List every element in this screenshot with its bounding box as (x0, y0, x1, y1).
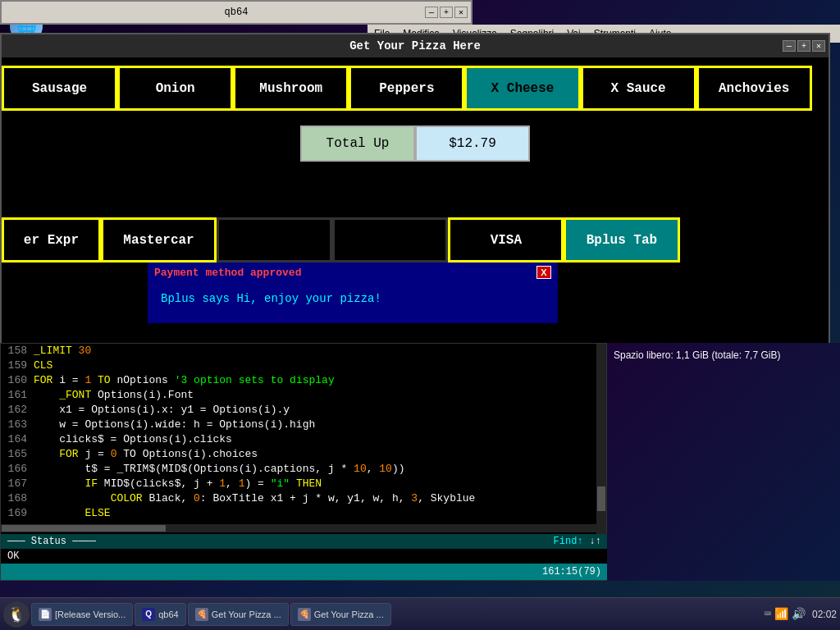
pizza-minimize-button[interactable]: — (783, 40, 796, 52)
code-line-162: 162 x1 = Options(i).x: y1 = Options(i).y (1, 403, 606, 418)
pizza-titlebar: Get Your Pizza Here — + ✕ (2, 34, 829, 57)
code-line-168: 168 COLOR Black, 0: BoxTitle x1 + j * w,… (1, 491, 606, 506)
code-line-165: 165 FOR j = 0 TO Options(i).choices (1, 447, 606, 462)
payment-express[interactable]: er Expr (2, 217, 101, 262)
code-ok-bar: OK (1, 549, 608, 564)
code-line-164: 164 clicks$ = Options(i).clicks (1, 432, 606, 447)
payment-dialog: Payment method approved X Bplus says Hi,… (148, 262, 558, 323)
qb64-title: qb64 (225, 7, 249, 18)
payment-mastercard[interactable]: Mastercar (101, 217, 217, 262)
taskbar-app-pizza1-icon: 🍕 (195, 608, 208, 621)
topping-sausage[interactable]: Sausage (2, 66, 117, 111)
ok-text: OK (7, 550, 19, 562)
dialog-title: Payment method approved (154, 267, 301, 279)
payment-empty1 (217, 217, 332, 262)
taskbar-app-qb64[interactable]: Q qb64 (135, 603, 185, 626)
topping-anchovies[interactable]: Anchovies (696, 66, 812, 111)
code-status-bar: ——— Status ———— Find↑ ↓↑ (1, 534, 608, 549)
topping-mushroom[interactable]: Mushroom (233, 66, 349, 111)
payment-row: er Expr Mastercar VISA Bplus Tab (2, 217, 829, 262)
code-hscrollbar[interactable] (1, 524, 598, 532)
taskbar-time: 02:02 (812, 609, 837, 620)
pizza-window-title: Get Your Pizza Here (349, 39, 481, 52)
status-arrow: ↓↑ (590, 536, 601, 547)
taskbar-app-release-label: [Release Versio... (55, 609, 126, 619)
taskbar-sys-icons: ⌨ 📶 🔊 (765, 607, 806, 621)
total-area: Total Up $12.79 (2, 111, 829, 176)
taskbar-app-pizza2[interactable]: 🍕 Get Your Pizza ... (290, 603, 391, 626)
pizza-window-controls: — + ✕ (783, 40, 825, 52)
topping-x-cheese[interactable]: X Cheese (464, 66, 580, 111)
code-hscrollbar-thumb[interactable] (2, 525, 166, 532)
volume-icon[interactable]: 🔊 (792, 607, 806, 621)
qb64-window-controls: — + ✕ (425, 7, 468, 18)
find-label[interactable]: Find↑ (554, 536, 583, 547)
code-line-169: 169 ELSE (1, 506, 606, 521)
keyboard-icon: ⌨ (765, 607, 771, 621)
qb64-maximize-button[interactable]: + (440, 7, 453, 18)
topping-x-sauce[interactable]: X Sauce (581, 66, 696, 111)
code-line-161: 161 _FONT Options(i).Font (1, 388, 606, 403)
code-line-167: 167 IF MID$(clicks$, j + 1, 1) = "i" THE… (1, 477, 606, 491)
taskbar: 🐧 📄 [Release Versio... Q qb64 🍕 Get Your… (0, 597, 840, 630)
pizza-close-button[interactable]: ✕ (812, 40, 825, 52)
free-space-label: Spazio libero: 1,1 GiB (totale: 7,7 GiB) (614, 349, 780, 361)
total-up-button[interactable]: Total Up (300, 126, 415, 162)
topping-onion[interactable]: Onion (117, 66, 233, 111)
code-line-163: 163 w = Options(i).wide: h = Options(i).… (1, 418, 606, 432)
qb64-close-button[interactable]: ✕ (454, 7, 468, 18)
payment-visa[interactable]: VISA (448, 217, 564, 262)
taskbar-start-button[interactable]: 🐧 (3, 601, 30, 628)
code-coord-bar: 161:15(79) (1, 564, 608, 580)
topping-peppers[interactable]: Peppers (349, 66, 464, 111)
coord-text: 161:15(79) (542, 566, 601, 578)
code-line-166: 166 t$ = _TRIM$(MID$(Options(i).captions… (1, 462, 606, 477)
code-lines: 158 _LIMIT 30 159 CLS 160 FOR i = 1 TO n… (1, 344, 606, 521)
qb64-window-titlebar: qb64 — + ✕ (0, 0, 472, 25)
network-icon: 📶 (774, 607, 788, 621)
desktop: 🌐 qb64 — + ✕ File Modifica Visualizza Se… (0, 0, 840, 630)
total-value-display: $12.79 (415, 126, 530, 162)
pizza-window: Get Your Pizza Here — + ✕ Sausage Onion … (0, 33, 830, 377)
code-editor[interactable]: 158 _LIMIT 30 159 CLS 160 FOR i = 1 TO n… (0, 343, 607, 581)
code-line-159: 159 CLS (1, 358, 606, 373)
taskbar-right: ⌨ 📶 🔊 02:02 (765, 607, 837, 621)
taskbar-app-pizza2-icon: 🍕 (298, 608, 311, 621)
status-label: ——— Status ———— (7, 536, 554, 547)
pizza-maximize-button[interactable]: + (797, 40, 810, 52)
dialog-close-button[interactable]: X (536, 266, 551, 279)
dialog-body: Bplus says Hi, enjoy your pizza! (148, 282, 558, 323)
dialog-body-text: Bplus says Hi, enjoy your pizza! (161, 292, 381, 305)
taskbar-app-qb64-icon: Q (142, 608, 155, 621)
taskbar-app-release[interactable]: 📄 [Release Versio... (31, 603, 133, 626)
taskbar-app-pizza2-label: Get Your Pizza ... (314, 609, 384, 619)
taskbar-app-pizza1[interactable]: 🍕 Get Your Pizza ... (188, 603, 289, 626)
payment-bplus-tab[interactable]: Bplus Tab (564, 217, 679, 262)
payment-empty2 (332, 217, 448, 262)
toppings-row: Sausage Onion Mushroom Peppers X Cheese … (2, 66, 829, 111)
code-line-160: 160 FOR i = 1 TO nOptions '3 option sets… (1, 373, 606, 388)
right-panel: Spazio libero: 1,1 GiB (totale: 7,7 GiB) (607, 343, 840, 581)
qb64-minimize-button[interactable]: — (425, 7, 438, 18)
dialog-titlebar: Payment method approved X (148, 262, 558, 282)
code-line-158: 158 _LIMIT 30 (1, 344, 606, 358)
taskbar-app-pizza1-label: Get Your Pizza ... (212, 609, 281, 619)
taskbar-app-qb64-label: qb64 (158, 609, 178, 619)
taskbar-app-release-icon: 📄 (39, 608, 52, 621)
code-scrollbar-thumb[interactable] (597, 486, 605, 511)
